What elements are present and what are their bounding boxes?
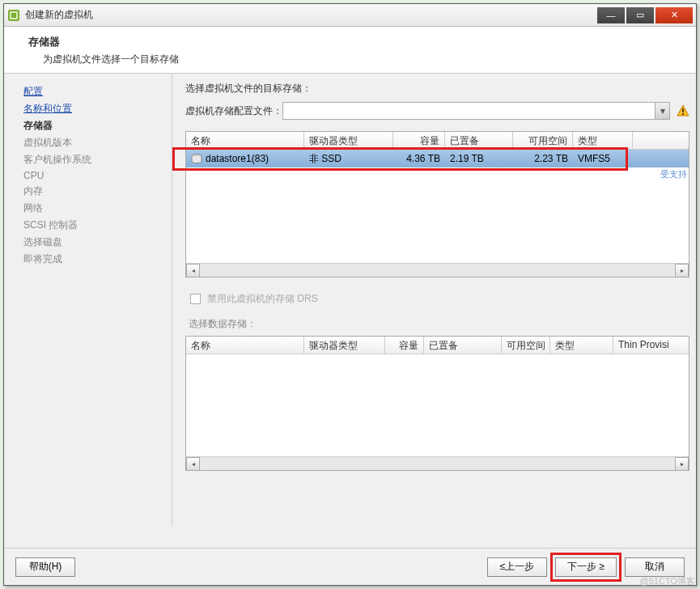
cell-drive-type: 非 SSD (304, 150, 393, 168)
next-button[interactable]: 下一步 ≥ (555, 557, 617, 577)
watermark: @51CTO博客 (640, 575, 695, 587)
window-title: 创建新的虚拟机 (25, 8, 597, 22)
cell-name: datastore1(83) (186, 150, 304, 167)
cell-provisioned: 2.19 TB (445, 150, 513, 167)
back-button[interactable]: ≤上一步 (487, 557, 547, 577)
horizontal-scrollbar[interactable]: ◂ ▸ (186, 263, 689, 277)
page-subtitle: 为虚拟机文件选择一个目标存储 (43, 53, 681, 66)
nav-network: 网络 (23, 200, 167, 217)
col-provisioned[interactable]: 已置备 (445, 132, 513, 149)
nav-config[interactable]: 配置 (23, 83, 167, 100)
select-storage-label: 选择虚拟机文件的目标存储： (185, 82, 689, 95)
svg-rect-2 (11, 13, 16, 18)
datastore-table-secondary: 名称 驱动器类型 容量 已置备 可用空间 类型 Thin Provisi ◂ ▸ (185, 336, 689, 471)
scroll-right-icon[interactable]: ▸ (675, 264, 689, 278)
nav-cpu: CPU (23, 168, 167, 183)
wizard-footer: 帮助(H) ≤上一步 下一步 ≥ 取消 (4, 548, 696, 585)
col2-drive-type: 驱动器类型 (304, 337, 385, 354)
nav-disk: 选择磁盘 (23, 234, 167, 251)
scroll-right-icon-2[interactable]: ▸ (675, 457, 689, 471)
col2-free: 可用空间 (502, 337, 550, 354)
drs-checkbox-row: 禁用此虚拟机的存储 DRS (190, 292, 689, 306)
drs-checkbox (190, 294, 201, 304)
nav-guest-os: 客户机操作系统 (23, 151, 167, 168)
wizard-body: 配置 名称和位置 存储器 虚拟机版本 客户机操作系统 CPU 内存 网络 SCS… (4, 74, 696, 527)
table-body[interactable]: datastore1(83) 非 SSD 4.36 TB 2.19 TB 2.2… (186, 150, 689, 263)
svg-rect-5 (682, 113, 684, 115)
warning-icon (677, 104, 689, 117)
window-buttons: — ▭ ✕ (597, 7, 693, 23)
nav-storage: 存储器 (23, 117, 167, 134)
wizard-nav: 配置 名称和位置 存储器 虚拟机版本 客户机操作系统 CPU 内存 网络 SCS… (4, 74, 172, 527)
horizontal-scrollbar-2[interactable]: ◂ ▸ (186, 456, 689, 470)
select-datastore-label: 选择数据存储： (189, 317, 689, 331)
col2-thin: Thin Provisi (613, 337, 689, 354)
scroll-left-icon[interactable]: ◂ (186, 264, 200, 278)
col-extra (633, 132, 689, 149)
cell-type: VMFS5 (573, 150, 633, 167)
scroll-track-2[interactable] (200, 457, 675, 470)
nav-finish: 即将完成 (23, 251, 167, 268)
table-body-2 (186, 354, 689, 456)
col-free[interactable]: 可用空间 (513, 132, 573, 149)
col2-name: 名称 (186, 337, 304, 354)
maximize-button[interactable]: ▭ (626, 7, 654, 23)
col-drive-type[interactable]: 驱动器类型 (304, 132, 393, 149)
nav-memory: 内存 (23, 183, 167, 200)
main-panel: 选择虚拟机文件的目标存储： 虚拟机存储配置文件： ▾ 名称 驱动器类型 容量 已… (172, 74, 696, 527)
cell-free: 2.23 TB (513, 150, 573, 167)
storage-profile-select[interactable]: ▾ (282, 102, 670, 120)
app-icon (7, 9, 20, 22)
page-title: 存储器 (28, 35, 681, 49)
vm-wizard-window: 创建新的虚拟机 — ▭ ✕ 存储器 为虚拟机文件选择一个目标存储 配置 名称和位… (3, 3, 697, 586)
col2-capacity: 容量 (385, 337, 424, 354)
table-header: 名称 驱动器类型 容量 已置备 可用空间 类型 (186, 132, 689, 150)
chevron-down-icon: ▾ (655, 103, 669, 119)
titlebar: 创建新的虚拟机 — ▭ ✕ (4, 4, 696, 27)
wizard-header: 存储器 为虚拟机文件选择一个目标存储 (4, 27, 696, 74)
table-row[interactable]: datastore1(83) 非 SSD 4.36 TB 2.19 TB 2.2… (186, 150, 689, 167)
col2-type: 类型 (550, 337, 613, 354)
nav-name-location[interactable]: 名称和位置 (23, 100, 167, 117)
datastore-icon (191, 153, 202, 164)
close-button[interactable]: ✕ (655, 7, 693, 23)
cell-capacity: 4.36 TB (393, 150, 445, 167)
table-header-2: 名称 驱动器类型 容量 已置备 可用空间 类型 Thin Provisi (186, 337, 689, 354)
scroll-left-icon-2[interactable]: ◂ (186, 457, 200, 471)
col-capacity[interactable]: 容量 (393, 132, 445, 149)
help-button[interactable]: 帮助(H) (15, 557, 75, 577)
storage-profile-row: 虚拟机存储配置文件： ▾ (185, 102, 689, 120)
storage-profile-label: 虚拟机存储配置文件： (185, 104, 282, 118)
nav-version: 虚拟机版本 (23, 134, 167, 151)
scroll-track[interactable] (200, 264, 675, 277)
datastore-table: 名称 驱动器类型 容量 已置备 可用空间 类型 datastore1(83) 非… (185, 131, 689, 278)
minimize-button[interactable]: — (597, 7, 625, 23)
col-type[interactable]: 类型 (573, 132, 633, 149)
cancel-button[interactable]: 取消 (625, 557, 685, 577)
col2-provisioned: 已置备 (424, 337, 502, 354)
nav-scsi: SCSI 控制器 (23, 217, 167, 234)
col-name[interactable]: 名称 (186, 132, 304, 149)
svg-rect-4 (682, 108, 684, 112)
drs-checkbox-label: 禁用此虚拟机的存储 DRS (207, 292, 318, 306)
supported-badge: 受支持 (660, 168, 687, 180)
